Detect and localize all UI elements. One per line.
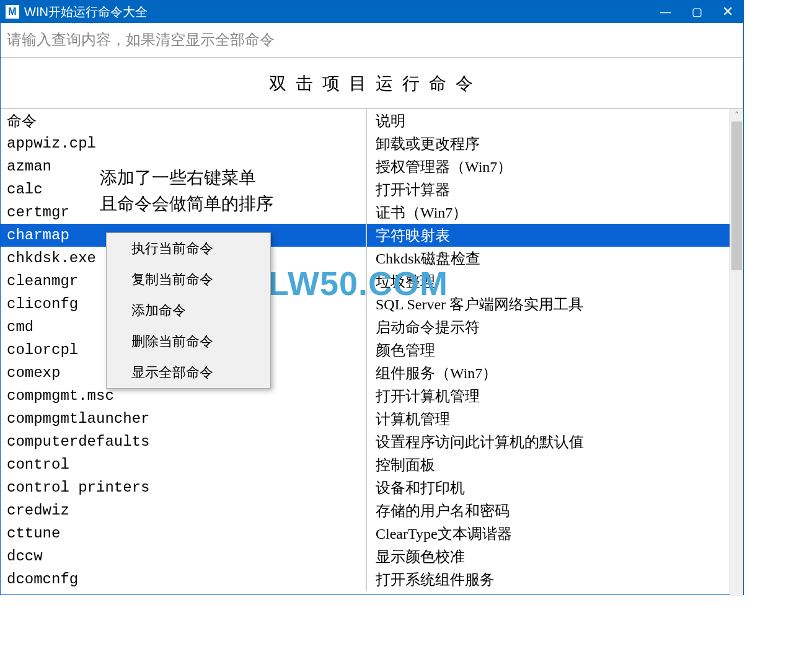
window-controls: — ▢ ✕: [650, 1, 743, 23]
cell-command: appwiz.cpl: [1, 132, 366, 155]
scrollbar[interactable]: ˄: [730, 109, 743, 596]
app-window: M WIN开始运行命令大全 — ▢ ✕ 双 击 项 目 运 行 命 令 命令 说…: [0, 0, 744, 595]
cell-description: 组件服务（Win7）: [366, 361, 730, 384]
window-title: WIN开始运行命令大全: [24, 4, 650, 20]
cell-command: cttune: [1, 522, 366, 545]
menu-add[interactable]: 添加命令: [107, 295, 270, 326]
context-menu: 执行当前命令 复制当前命令 添加命令 删除当前命令 显示全部命令: [106, 232, 271, 389]
table-row[interactable]: compmgmtlauncher计算机管理: [1, 407, 730, 430]
cell-description: 垃圾整理: [366, 270, 730, 293]
search-input[interactable]: [7, 32, 737, 48]
cell-description: 打开计算器: [366, 178, 730, 201]
app-icon: M: [6, 5, 19, 19]
table-row[interactable]: computerdefaults设置程序访问此计算机的默认值: [1, 430, 730, 453]
cell-command: computerdefaults: [1, 430, 366, 453]
cell-description: 授权管理器（Win7）: [366, 155, 730, 178]
cell-description: 颜色管理: [366, 338, 730, 361]
close-button[interactable]: ✕: [712, 1, 743, 23]
table-row[interactable]: control printers设备和打印机: [1, 476, 730, 499]
maximize-button[interactable]: ▢: [681, 1, 712, 23]
titlebar: M WIN开始运行命令大全 — ▢ ✕: [1, 1, 743, 23]
cell-description: SQL Server 客户端网络实用工具: [366, 293, 730, 316]
cell-description: 打开系统组件服务: [366, 568, 730, 591]
cell-command: dccw: [1, 545, 366, 568]
cell-description: 证书（Win7）: [366, 201, 730, 224]
table-header: 命令 说明: [1, 109, 730, 132]
scroll-up-icon[interactable]: ˄: [730, 109, 743, 121]
table-row[interactable]: credwiz存储的用户名和密码: [1, 499, 730, 522]
banner-text: 双 击 项 目 运 行 命 令: [1, 58, 743, 109]
scroll-thumb[interactable]: [731, 121, 742, 270]
menu-delete[interactable]: 删除当前命令: [107, 326, 270, 357]
cell-command: control: [1, 453, 366, 476]
table-row[interactable]: dccw显示颜色校准: [1, 545, 730, 568]
table-row[interactable]: calc打开计算器: [1, 178, 730, 201]
table-row[interactable]: control控制面板: [1, 453, 730, 476]
cell-description: Chkdsk磁盘检查: [366, 247, 730, 270]
cell-command: control printers: [1, 476, 366, 499]
cell-description: 设备和打印机: [366, 476, 730, 499]
menu-execute[interactable]: 执行当前命令: [107, 233, 270, 264]
header-description: 说明: [366, 109, 730, 132]
cell-command: certmgr: [1, 201, 366, 224]
cell-description: 字符映射表: [366, 224, 730, 247]
table-row[interactable]: certmgr证书（Win7）: [1, 201, 730, 224]
cell-description: 卸载或更改程序: [366, 132, 730, 155]
search-bar: [1, 23, 743, 58]
cell-description: 存储的用户名和密码: [366, 499, 730, 522]
table-row[interactable]: azman授权管理器（Win7）: [1, 155, 730, 178]
cell-description: 显示颜色校准: [366, 545, 730, 568]
cell-command: azman: [1, 155, 366, 178]
cell-description: 打开计算机管理: [366, 384, 730, 407]
menu-copy[interactable]: 复制当前命令: [107, 264, 270, 295]
minimize-button[interactable]: —: [650, 1, 681, 23]
cell-command: credwiz: [1, 499, 366, 522]
cell-command: compmgmtlauncher: [1, 407, 366, 430]
cell-command: dcomcnfg: [1, 568, 366, 591]
cell-description: 启动命令提示符: [366, 316, 730, 338]
table-row[interactable]: appwiz.cpl卸载或更改程序: [1, 132, 730, 155]
cell-description: 设置程序访问此计算机的默认值: [366, 430, 730, 453]
cell-description: ClearType文本调谐器: [366, 522, 730, 545]
menu-showall[interactable]: 显示全部命令: [107, 357, 270, 388]
header-command: 命令: [1, 109, 366, 132]
table-row[interactable]: cttuneClearType文本调谐器: [1, 522, 730, 545]
cell-command: calc: [1, 178, 366, 201]
cell-description: 计算机管理: [366, 407, 730, 430]
cell-description: 控制面板: [366, 453, 730, 476]
table-row[interactable]: dcomcnfg打开系统组件服务: [1, 568, 730, 591]
